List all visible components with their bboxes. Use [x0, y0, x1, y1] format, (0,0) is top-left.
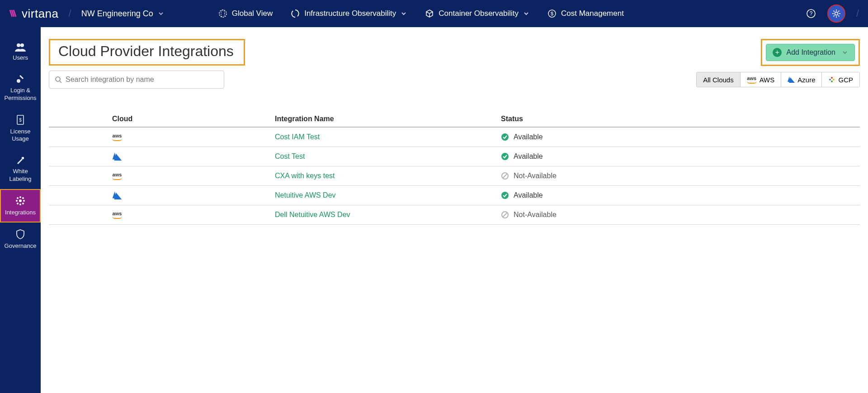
sidebar: Users Login & Permissions $ License Usag… — [0, 27, 41, 393]
status-cell: Not-Available — [501, 172, 860, 180]
help-icon: ? — [806, 9, 816, 19]
page-title-highlight: Cloud Provider Integrations — [49, 39, 245, 66]
filter-azure[interactable]: Azure — [781, 72, 822, 87]
svg-point-36 — [829, 79, 831, 80]
page-header: Cloud Provider Integrations + Add Integr… — [49, 39, 860, 66]
chevron-down-icon — [158, 10, 164, 17]
svg-line-13 — [833, 15, 834, 16]
nav-cost-management[interactable]: $ Cost Management — [547, 9, 624, 18]
sidebar-item-license-usage[interactable]: $ License Usage — [0, 108, 41, 149]
org-selector[interactable]: NW Engineering Co — [81, 9, 164, 19]
svg-rect-18 — [19, 75, 24, 79]
integration-link[interactable]: CXA with keys test — [275, 172, 501, 180]
check-circle-icon — [501, 152, 509, 161]
integration-link[interactable]: Netuitive AWS Dev — [275, 191, 501, 199]
top-nav: Global View Infrastructure Observability… — [218, 9, 624, 18]
azure-icon — [112, 152, 122, 161]
svg-point-33 — [831, 77, 833, 79]
cloud-cell: aws — [112, 133, 275, 141]
col-status[interactable]: Status — [501, 115, 860, 123]
topbar-right: ? / — [803, 5, 859, 23]
svg-text:?: ? — [810, 10, 813, 17]
status-cell: Available — [501, 191, 860, 199]
nav-label: Cost Management — [561, 9, 624, 18]
svg-rect-21 — [22, 157, 24, 159]
svg-point-22 — [19, 199, 22, 202]
filter-label: All Clouds — [703, 76, 734, 84]
nav-global-view[interactable]: Global View — [218, 9, 273, 18]
add-button-label: Add Integration — [786, 48, 835, 57]
filter-label: AWS — [760, 76, 775, 84]
table-row: Netuitive AWS Dev Available — [49, 186, 860, 205]
sidebar-label: Users — [13, 54, 28, 62]
help-button[interactable]: ? — [803, 5, 819, 22]
svg-text:$: $ — [551, 11, 553, 16]
integration-link[interactable]: Dell Netuitive AWS Dev — [275, 211, 501, 219]
nav-infra-observability[interactable]: Infrastructure Observability — [291, 9, 407, 18]
plus-circle-icon: + — [773, 48, 782, 57]
filter-gcp[interactable]: GCP — [822, 72, 859, 87]
status-text: Available — [514, 152, 543, 161]
svg-point-26 — [23, 200, 25, 202]
svg-line-14 — [838, 11, 839, 12]
table-header: Cloud Integration Name Status — [49, 111, 860, 128]
nav-label: Container Observability — [439, 9, 519, 18]
table-row: aws CXA with keys test Not-Available — [49, 166, 860, 186]
table-row: Cost Test Available — [49, 147, 860, 166]
chevron-down-icon — [523, 10, 529, 17]
integration-search-input[interactable] — [66, 76, 218, 84]
sidebar-label: Login & Permissions — [2, 87, 39, 102]
sidebar-item-governance[interactable]: Governance — [0, 223, 41, 256]
cloud-cell: aws — [112, 172, 275, 180]
svg-point-41 — [501, 192, 509, 199]
azure-icon — [112, 191, 122, 199]
sidebar-item-users[interactable]: Users — [0, 36, 41, 68]
integration-link[interactable]: Cost IAM Test — [275, 133, 501, 141]
nav-container-observability[interactable]: Container Observability — [425, 9, 529, 18]
license-icon: $ — [16, 114, 25, 125]
not-available-icon — [501, 211, 509, 219]
sidebar-item-integrations[interactable]: Integrations — [0, 189, 41, 223]
swirl-icon — [291, 9, 300, 18]
aws-icon: aws — [112, 211, 122, 219]
svg-point-30 — [22, 203, 24, 204]
settings-button[interactable] — [827, 5, 845, 23]
cloud-cell — [112, 191, 275, 199]
search-icon — [55, 76, 62, 83]
brand-text: virtana — [22, 7, 59, 21]
table-row: aws Dell Netuitive AWS Dev Not-Available — [49, 205, 860, 225]
svg-point-28 — [22, 197, 24, 199]
filter-aws[interactable]: aws AWS — [741, 72, 782, 87]
not-available-icon — [501, 172, 509, 180]
filter-label: GCP — [838, 76, 853, 84]
divider: / — [69, 8, 71, 19]
aws-icon: aws — [747, 76, 757, 84]
sidebar-item-login-permissions[interactable]: Login & Permissions — [0, 68, 41, 108]
col-integration-name[interactable]: Integration Name — [275, 115, 501, 123]
search-input-wrapper[interactable] — [49, 71, 224, 89]
svg-point-15 — [17, 43, 20, 47]
brand-logo[interactable]: virtana — [9, 7, 59, 21]
sidebar-item-white-labeling[interactable]: White Labeling — [0, 149, 41, 189]
status-text: Available — [514, 191, 543, 199]
svg-point-34 — [833, 79, 835, 80]
filter-all-clouds[interactable]: All Clouds — [697, 72, 741, 87]
integration-link[interactable]: Cost Test — [275, 152, 501, 161]
col-cloud[interactable]: Cloud — [112, 115, 275, 123]
svg-point-27 — [17, 197, 19, 199]
nav-label: Global View — [232, 9, 273, 18]
brand-mark-icon — [9, 9, 19, 19]
cloud-cell — [112, 152, 275, 161]
aws-icon: aws — [112, 133, 122, 141]
integrations-table: Cloud Integration Name Status aws Cost I… — [49, 111, 860, 225]
svg-text:$: $ — [19, 118, 22, 123]
svg-line-32 — [60, 81, 61, 83]
status-text: Available — [514, 133, 543, 141]
status-cell: Available — [501, 152, 860, 161]
aws-icon: aws — [112, 172, 122, 180]
integrations-icon — [15, 195, 26, 206]
cube-icon — [425, 9, 434, 18]
add-integration-button[interactable]: + Add Integration — [766, 44, 855, 61]
svg-point-16 — [20, 43, 24, 47]
filter-label: Azure — [797, 76, 815, 84]
